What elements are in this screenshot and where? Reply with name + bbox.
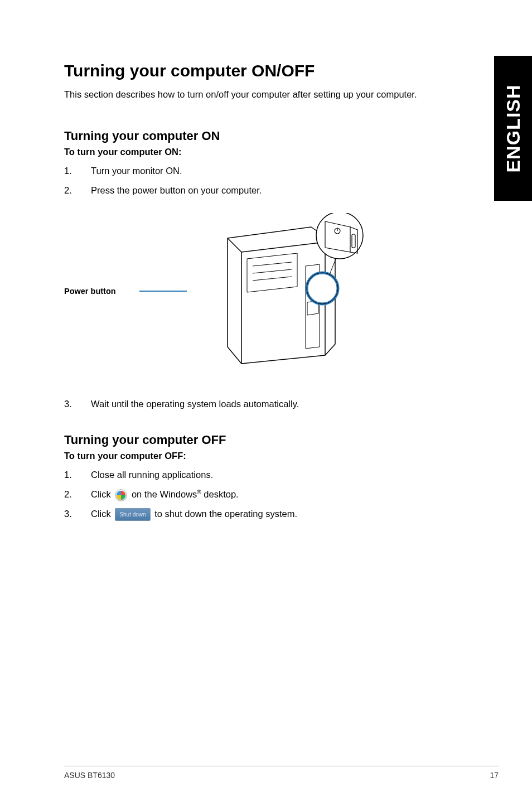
windows-start-icon	[115, 489, 127, 501]
step-number: 3.	[64, 397, 91, 411]
off-step-1: 1. Close all running applications.	[64, 468, 499, 482]
computer-illustration	[186, 213, 381, 369]
on-step-2: 2. Press the power button on your comput…	[64, 183, 499, 197]
step-text: Press the power button on your computer.	[91, 183, 499, 197]
shutdown-button-icon: Shut down	[115, 508, 150, 521]
step-text: Turn your monitor ON.	[91, 164, 499, 178]
footer-model: ASUS BT6130	[64, 771, 115, 780]
power-button-callout	[307, 213, 363, 304]
off-step-3: 3. Click Shut down to shut down the oper…	[64, 507, 499, 521]
step-number: 2.	[64, 487, 91, 501]
step-text: Click on the Windows® desktop.	[91, 487, 499, 501]
step-text-pre: Click	[91, 489, 113, 499]
footer-page-number: 17	[490, 771, 499, 780]
step-text: Close all running applications.	[91, 468, 499, 482]
step-number: 2.	[64, 183, 91, 197]
step-text: Wait until the operating system loads au…	[91, 397, 499, 411]
section-on-subhead: To turn your computer ON:	[64, 147, 499, 157]
callout-line	[139, 291, 187, 292]
on-step-3: 3. Wait until the operating system loads…	[64, 397, 499, 411]
page-footer: ASUS BT6130 17	[64, 766, 499, 780]
section-off-subhead: To turn your computer OFF:	[64, 451, 499, 461]
power-button-figure: Power button	[64, 213, 499, 369]
registered-mark: ®	[197, 489, 201, 495]
step-text-post-pre: on the Windows	[132, 489, 197, 499]
step-text-post: desktop.	[204, 489, 238, 499]
section-off: Turning your computer OFF To turn your c…	[64, 433, 499, 521]
power-button-label: Power button	[64, 287, 139, 296]
off-step-2: 2. Click on the Windows® desktop.	[64, 487, 499, 501]
page-content: Turning your computer ON/OFF This sectio…	[0, 0, 532, 802]
step-number: 3.	[64, 507, 91, 521]
step-number: 1.	[64, 468, 91, 482]
svg-point-2	[316, 213, 363, 259]
step-text-post: to shut down the operating system.	[154, 509, 297, 519]
intro-text: This section describes how to turn on/of…	[64, 88, 499, 101]
step-text: Click Shut down to shut down the operati…	[91, 507, 499, 521]
step-text-pre: Click	[91, 509, 113, 519]
section-off-heading: Turning your computer OFF	[64, 433, 499, 447]
step-number: 1.	[64, 164, 91, 178]
section-on-heading: Turning your computer ON	[64, 129, 499, 143]
on-step-1: 1. Turn your monitor ON.	[64, 164, 499, 178]
page-title: Turning your computer ON/OFF	[64, 61, 499, 80]
